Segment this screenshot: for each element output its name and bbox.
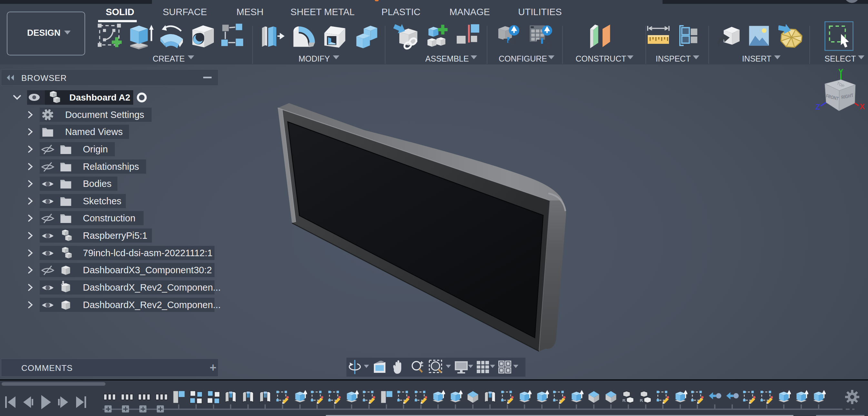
svg-text:Z: Z (815, 102, 820, 111)
svg-text:Y: Y (838, 67, 843, 76)
svg-text:X: X (860, 102, 865, 111)
